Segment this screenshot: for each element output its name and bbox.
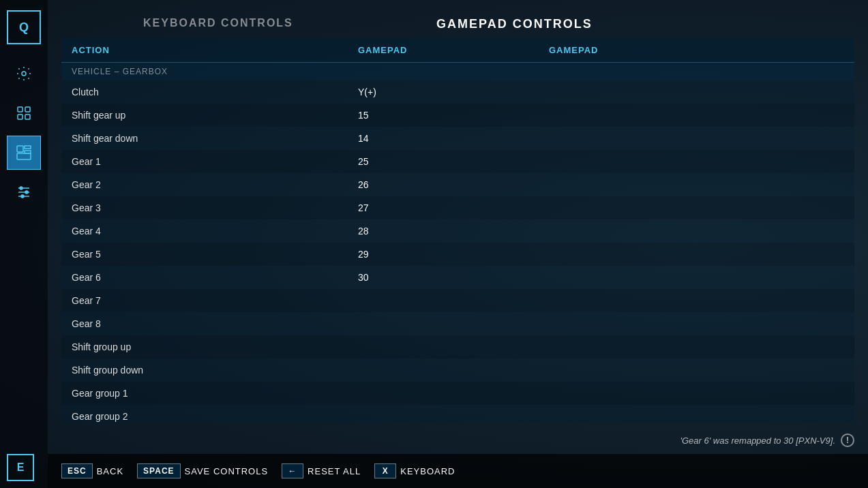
gamepad2-value: [549, 272, 844, 283]
gamepad2-value: [549, 388, 844, 399]
svg-rect-2: [25, 107, 30, 112]
keyboard-section-title: KEYBOARD CONTROLS: [143, 17, 436, 31]
table-row[interactable]: Gear 4 28: [61, 219, 854, 243]
gamepad2-value: [549, 341, 844, 352]
notification-bar: 'Gear 6' was remapped to 30 [PXN-V9]. !: [48, 427, 868, 454]
table-row[interactable]: Gear 3 27: [61, 196, 854, 219]
save-label: SAVE CONTROLS: [185, 466, 269, 476]
gamepad2-value: [549, 87, 844, 97]
gamepad1-value: [358, 318, 549, 329]
col-gamepad1: GAMEPAD: [358, 45, 549, 55]
reset-all-button[interactable]: ← RESET ALL: [282, 463, 361, 478]
action-name: Gear group 1: [72, 388, 358, 399]
gamepad2-value: [549, 365, 844, 376]
action-name: Gear 2: [72, 179, 358, 190]
action-name: Shift gear down: [72, 133, 358, 144]
gamepad2-value: [549, 202, 844, 213]
col-gamepad2: GAMEPAD: [549, 45, 844, 55]
layout-icon: [16, 144, 32, 161]
gamepad2-value: [549, 318, 844, 329]
sidebar-q-button[interactable]: Q: [7, 10, 41, 44]
save-controls-button[interactable]: SPACE SAVE CONTROLS: [137, 463, 268, 478]
table-row[interactable]: Shift gear up 15: [61, 104, 854, 127]
e-button[interactable]: E: [7, 454, 34, 481]
svg-point-0: [22, 72, 26, 76]
gamepad1-value: 26: [358, 179, 549, 190]
gamepad1-value: 14: [358, 133, 549, 144]
svg-rect-4: [25, 115, 30, 119]
table-row[interactable]: Gear 2 26: [61, 173, 854, 196]
sidebar-item-sliders[interactable]: [7, 175, 41, 209]
category-name: VEHICLE – GEARBOX: [72, 67, 358, 76]
gamepad1-value: Y(+): [358, 87, 549, 97]
svg-point-12: [20, 187, 23, 189]
table-row[interactable]: Shift gear down 14: [61, 127, 854, 150]
reset-key-badge: ←: [282, 463, 303, 478]
gamepad1-value: 25: [358, 156, 549, 167]
action-name: Gear group 2: [72, 411, 358, 422]
svg-rect-8: [17, 153, 31, 159]
gamepad1-value: [358, 411, 549, 422]
col-action: ACTION: [72, 45, 358, 55]
keyboard-button[interactable]: X KEYBOARD: [374, 463, 455, 478]
table-row[interactable]: Gear group 1: [61, 382, 854, 405]
table-body[interactable]: VEHICLE – GEARBOX Clutch Y(+) Shift gear…: [61, 63, 854, 423]
gear-icon: [16, 65, 32, 82]
keyboard-key-badge: X: [374, 463, 396, 478]
table-row[interactable]: Gear group 2: [61, 405, 854, 423]
action-name: Shift group up: [72, 341, 358, 352]
controls-table: ACTION GAMEPAD GAMEPAD VEHICLE – GEARBOX…: [61, 38, 854, 423]
save-key-badge: SPACE: [137, 463, 180, 478]
sidebar: Q: [0, 0, 48, 488]
action-name: Gear 5: [72, 249, 358, 260]
gamepad1-value: 27: [358, 202, 549, 213]
info-icon: !: [841, 433, 854, 447]
reset-label: RESET ALL: [308, 466, 361, 476]
table-row[interactable]: Gear 6 30: [61, 266, 854, 289]
svg-rect-3: [18, 115, 23, 119]
gamepad2-value: [549, 411, 844, 422]
svg-rect-5: [17, 146, 23, 152]
sidebar-item-settings2[interactable]: [7, 96, 41, 130]
back-label: BACK: [97, 466, 123, 476]
gamepad1-value: [358, 341, 549, 352]
table-header: ACTION GAMEPAD GAMEPAD: [61, 38, 854, 63]
table-row[interactable]: Gear 7: [61, 289, 854, 312]
action-name: Gear 8: [72, 318, 358, 329]
table-row[interactable]: Clutch Y(+): [61, 80, 854, 104]
svg-rect-1: [18, 107, 23, 112]
main-content: KEYBOARD CONTROLS GAMEPAD CONTROLS ACTIO…: [48, 0, 868, 488]
svg-point-13: [25, 191, 28, 194]
gamepad1-value: [358, 365, 549, 376]
back-button[interactable]: ESC BACK: [61, 463, 123, 478]
keyboard-label: KEYBOARD: [400, 466, 455, 476]
gamepad-section-title: GAMEPAD CONTROLS: [436, 17, 593, 31]
gamepad1-value: [358, 295, 549, 306]
action-name: Gear 4: [72, 226, 358, 237]
table-row[interactable]: Gear 8: [61, 312, 854, 335]
svg-point-14: [21, 195, 24, 198]
gamepad1-value: 30: [358, 272, 549, 283]
table-row[interactable]: Shift group up: [61, 335, 854, 359]
gamepad2-value: [549, 133, 844, 144]
action-name: Clutch: [72, 87, 358, 97]
notification-text: 'Gear 6' was remapped to 30 [PXN-V9].: [680, 436, 835, 446]
sidebar-item-layout[interactable]: [7, 136, 41, 170]
action-name: Gear 7: [72, 295, 358, 306]
table-row[interactable]: Gear 5 29: [61, 243, 854, 266]
action-name: Shift gear up: [72, 110, 358, 121]
gamepad1-value: 15: [358, 110, 549, 121]
gamepad2-value: [549, 226, 844, 237]
table-row[interactable]: Shift group down: [61, 359, 854, 382]
action-name: Gear 3: [72, 202, 358, 213]
gamepad1-value: [358, 388, 549, 399]
section-headers: KEYBOARD CONTROLS GAMEPAD CONTROLS: [48, 0, 868, 38]
category-row: VEHICLE – GEARBOX: [61, 63, 854, 80]
table-row[interactable]: Gear 1 25: [61, 150, 854, 173]
gamepad1-value: 29: [358, 249, 549, 260]
action-name: Gear 1: [72, 156, 358, 167]
gear2-icon: [16, 105, 32, 121]
gamepad2-value: [549, 249, 844, 260]
sidebar-item-settings[interactable]: [7, 57, 41, 91]
back-key-badge: ESC: [61, 463, 93, 478]
